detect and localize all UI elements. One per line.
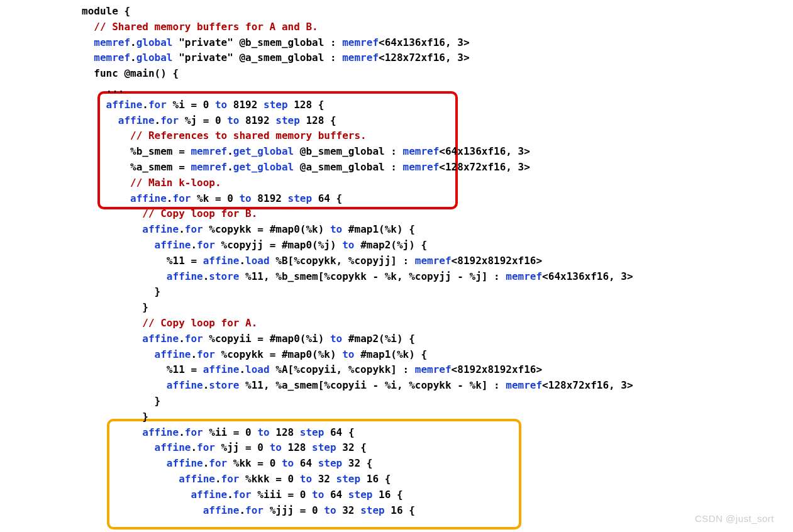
code-line: memref.global "private" @b_smem_global :… xyxy=(82,36,470,48)
code-line: affine.for %copykk = #map0(%k) to #map1(… xyxy=(82,348,427,360)
code-line: affine.store %11, %a_smem[%copyii - %i, … xyxy=(82,379,633,391)
code-line: %11 = affine.load %A[%copyii, %copykk] :… xyxy=(82,363,542,375)
code-line: } xyxy=(82,301,148,313)
code-line: affine.for %kk = 0 to 64 step 32 { xyxy=(82,457,372,469)
code-line: affine.for %copyii = #map0(%i) to #map2(… xyxy=(82,333,415,345)
code-line: affine.for %iii = 0 to 64 step 16 { xyxy=(82,489,403,501)
code-line: affine.for %ii = 0 to 128 step 64 { xyxy=(82,426,355,438)
code-line: } xyxy=(82,285,160,297)
watermark: CSDN @just_sort xyxy=(695,511,774,526)
code-line: %11 = affine.load %B[%copykk, %copyjj] :… xyxy=(82,255,542,267)
code-line: // References to shared memory buffers. xyxy=(82,130,367,141)
code-line: %b_smem = memref.get_global @b_smem_glob… xyxy=(82,145,530,157)
code-line: func @main() { xyxy=(82,67,179,79)
code-line: memref.global "private" @a_smem_global :… xyxy=(82,52,470,64)
code-line: module { xyxy=(82,5,130,17)
code-line: affine.for %kkk = 0 to 32 step 16 { xyxy=(82,473,391,485)
code-line: affine.for %jjj = 0 to 32 step 16 { xyxy=(82,504,415,516)
code-line: } xyxy=(82,395,160,407)
code-line: } xyxy=(82,411,148,423)
code-line: affine.for %jj = 0 to 128 step 32 { xyxy=(82,441,367,453)
code-line: // Copy loop for B. xyxy=(82,208,257,219)
code-line: // Shared memory buffers for A and B. xyxy=(82,21,318,33)
code-line: affine.for %k = 0 to 8192 step 64 { xyxy=(82,192,342,204)
code-line: affine.for %j = 0 to 8192 step 128 { xyxy=(82,114,336,126)
code-line: affine.for %i = 0 to 8192 step 128 { xyxy=(82,99,324,111)
code-line: affine.for %copykk = #map0(%k) to #map1(… xyxy=(82,223,415,235)
code-line: // Copy loop for A. xyxy=(82,317,257,329)
code-block: module { // Shared memory buffers for A … xyxy=(0,0,793,518)
code-line: // Main k-loop. xyxy=(82,177,221,189)
code-line: affine.store %11, %b_smem[%copykk - %k, … xyxy=(82,270,633,282)
code-line: %a_smem = memref.get_global @a_smem_glob… xyxy=(82,161,530,173)
code-line: ... xyxy=(82,83,124,95)
code-line: affine.for %copyjj = #map0(%j) to #map2(… xyxy=(82,239,427,251)
